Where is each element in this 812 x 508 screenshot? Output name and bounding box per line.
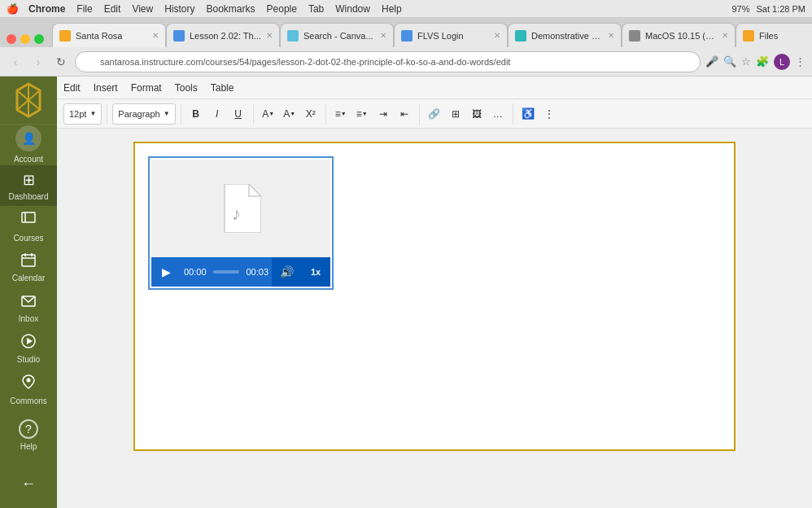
- svg-text:♪: ♪: [232, 204, 241, 224]
- highlight-color-chevron-icon: ▼: [290, 111, 295, 116]
- tab-close-4[interactable]: ✕: [494, 31, 500, 40]
- media-element[interactable]: ♪ ▶ 00:00 00:03 🔊 1x: [148, 156, 334, 290]
- link-button[interactable]: 🔗: [425, 103, 444, 125]
- profile-icon[interactable]: L: [774, 54, 790, 70]
- color-group: A ▼ A ▼ X²: [259, 103, 326, 125]
- title-bar: 🍎 Chrome File Edit View History Bookmark…: [0, 0, 812, 18]
- underline-button[interactable]: U: [229, 103, 248, 125]
- tab-label-1: Santa Rosa: [76, 31, 147, 41]
- sidebar-item-calendar[interactable]: Calendar: [0, 247, 57, 287]
- url-bar[interactable]: santarosa.instructure.com/courses/54/pag…: [75, 51, 701, 72]
- tab-lesson[interactable]: Lesson 2.02: Th... ✕: [166, 23, 280, 47]
- menu-tab[interactable]: Tab: [308, 3, 324, 15]
- tab-macos[interactable]: MacOS 10.15 (C... ✕: [622, 23, 736, 47]
- list-button[interactable]: ≡ ▼: [352, 103, 372, 125]
- more-options-button[interactable]: ⋮: [539, 103, 559, 125]
- menu-chrome[interactable]: Chrome: [28, 3, 65, 15]
- menu-file[interactable]: File: [76, 3, 92, 15]
- sidebar-item-help[interactable]: ? Help: [0, 410, 57, 459]
- back-button[interactable]: ‹: [7, 53, 24, 71]
- clock: Sat 1:28 PM: [756, 4, 805, 14]
- os-menu: Chrome File Edit View History Bookmarks …: [28, 3, 402, 15]
- tab-close-2[interactable]: ✕: [266, 31, 273, 40]
- more-button[interactable]: …: [488, 103, 508, 125]
- sidebar-item-commons[interactable]: Commons: [0, 370, 57, 410]
- extension-icon[interactable]: 🧩: [756, 55, 769, 68]
- tab-close-5[interactable]: ✕: [608, 31, 614, 40]
- minimize-window-btn[interactable]: [20, 34, 30, 44]
- font-size-select[interactable]: 12pt ▼: [63, 103, 102, 125]
- more-options-icon[interactable]: ⋮: [795, 55, 805, 68]
- menu-insert[interactable]: Insert: [94, 82, 118, 94]
- indent-button[interactable]: ⇥: [373, 103, 393, 125]
- a11y-group: ♿ ⋮: [518, 103, 564, 125]
- menu-view[interactable]: View: [132, 3, 153, 15]
- tab-files[interactable]: Files ✕: [736, 23, 812, 47]
- outdent-button[interactable]: ⇤: [395, 103, 414, 125]
- menu-tools[interactable]: Tools: [175, 82, 198, 94]
- speed-button[interactable]: 1x: [301, 257, 330, 287]
- tab-label-5: Demonstrative p...: [531, 31, 603, 41]
- play-button[interactable]: ▶: [151, 257, 181, 287]
- sidebar-item-dashboard[interactable]: ⊞ Dashboard: [0, 165, 57, 206]
- image-button[interactable]: 🖼: [467, 103, 487, 125]
- sidebar-item-courses[interactable]: Courses: [0, 206, 57, 247]
- font-size-value: 12pt: [69, 109, 86, 119]
- paragraph-style-select[interactable]: Paragraph ▼: [112, 103, 175, 125]
- a11y-checker-button[interactable]: ♿: [518, 103, 538, 125]
- media-preview: ♪: [151, 160, 330, 257]
- sidebar-item-account[interactable]: 👤 Account: [0, 125, 57, 165]
- bold-button[interactable]: B: [186, 103, 206, 125]
- font-color-button[interactable]: A ▼: [259, 103, 278, 125]
- menu-bookmarks[interactable]: Bookmarks: [207, 3, 255, 15]
- battery-status: 97%: [731, 4, 749, 14]
- sidebar-item-account-label: Account: [14, 155, 43, 164]
- paragraph-style-value: Paragraph: [118, 109, 159, 119]
- tab-close-3[interactable]: ✕: [380, 31, 386, 40]
- align-button[interactable]: ≡ ▼: [331, 103, 351, 125]
- italic-button[interactable]: I: [207, 103, 227, 125]
- svg-marker-12: [27, 338, 33, 344]
- menu-help[interactable]: Help: [382, 3, 402, 15]
- progress-bar[interactable]: [213, 270, 240, 274]
- sidebar-item-dashboard-label: Dashboard: [9, 192, 49, 201]
- page-canvas: ♪ ▶ 00:00 00:03 🔊 1x: [133, 142, 736, 451]
- editor-content[interactable]: ♪ ▶ 00:00 00:03 🔊 1x: [57, 129, 812, 508]
- tab-canva[interactable]: Search - Canva... ✕: [280, 23, 394, 47]
- list-chevron-icon: ▼: [362, 111, 368, 116]
- list-icon: ≡: [356, 108, 362, 120]
- svg-rect-6: [22, 255, 35, 266]
- highlight-color-button[interactable]: A ▼: [280, 103, 299, 125]
- menu-window[interactable]: Window: [335, 3, 370, 15]
- tab-flvs[interactable]: FLVS Login ✕: [394, 23, 508, 47]
- align-icon: ≡: [335, 108, 341, 120]
- apple-menu[interactable]: 🍎: [7, 3, 19, 15]
- superscript-button[interactable]: X²: [301, 103, 321, 125]
- tab-santa-rosa[interactable]: Santa Rosa ✕: [52, 23, 166, 47]
- paragraph-chevron-icon: ▼: [164, 110, 170, 117]
- tab-close-1[interactable]: ✕: [152, 31, 159, 40]
- forward-button[interactable]: ›: [29, 53, 47, 71]
- sidebar-item-inbox[interactable]: Inbox: [0, 287, 57, 328]
- table-button[interactable]: ⊞: [446, 103, 465, 125]
- menu-people[interactable]: People: [267, 3, 297, 15]
- menu-edit[interactable]: Edit: [104, 3, 121, 15]
- reload-button[interactable]: ↻: [52, 53, 70, 71]
- tab-demonstrative[interactable]: Demonstrative p... ✕: [508, 23, 622, 47]
- menu-format[interactable]: Format: [131, 82, 162, 94]
- menu-table[interactable]: Table: [211, 82, 234, 94]
- tab-close-6[interactable]: ✕: [722, 31, 728, 40]
- tab-favicon-4: [401, 30, 413, 42]
- mic-icon[interactable]: 🎤: [705, 55, 718, 68]
- volume-button[interactable]: 🔊: [272, 257, 301, 287]
- menu-edit[interactable]: Edit: [63, 82, 81, 94]
- bookmark-icon[interactable]: ☆: [741, 55, 751, 68]
- close-window-btn[interactable]: [7, 34, 16, 44]
- tab-label-7: Files: [759, 31, 812, 41]
- search-icon[interactable]: 🔍: [723, 55, 736, 68]
- sidebar-collapse-button[interactable]: ←: [0, 459, 57, 508]
- menu-history[interactable]: History: [164, 3, 194, 15]
- align-group: ≡ ▼ ≡ ▼ ⇥ ⇤: [331, 103, 420, 125]
- sidebar-item-studio[interactable]: Studio: [0, 329, 57, 370]
- maximize-window-btn[interactable]: [34, 34, 44, 44]
